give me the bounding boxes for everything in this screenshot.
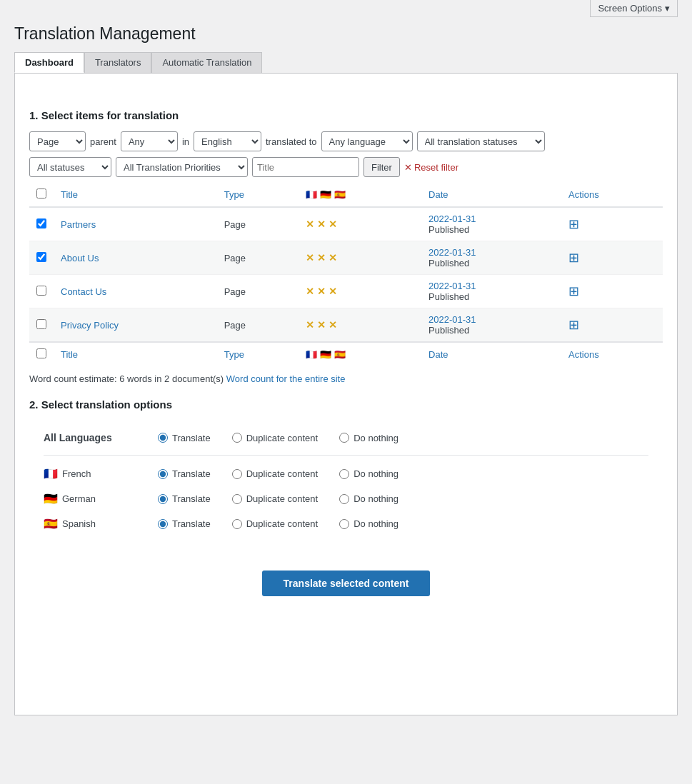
col-date-footer: Date (428, 349, 448, 360)
parent-select[interactable]: Any None (121, 131, 178, 151)
german-flag-icon: 🇩🇪 (320, 189, 331, 200)
german-flag-footer-icon: 🇩🇪 (320, 349, 331, 360)
table-row: About Us Page ✕ ✕ ✕ 2022-01-31 Published… (29, 241, 663, 275)
row-type-1: Page (217, 207, 299, 241)
main-panel: 1. Select items for translation Page Pos… (14, 73, 678, 715)
lang-label-french: 🇫🇷 French (44, 467, 158, 481)
all-statuses-select[interactable]: All statuses Published Draft (29, 157, 111, 177)
row-flags-1: ✕ ✕ ✕ (299, 207, 421, 241)
content-type-select[interactable]: Page Post (29, 131, 86, 151)
row-date-1: 2022-01-31 Published (421, 207, 561, 241)
options-row-french: 🇫🇷 French Translate Duplicate content Do… (44, 467, 648, 481)
section2-title: 2. Select translation options (29, 398, 663, 411)
select-all-checkbox[interactable] (36, 189, 46, 198)
spanish-status-icon-2: ✕ (329, 252, 337, 263)
french-flag-icon: 🇫🇷 (306, 189, 317, 200)
tab-bar: Dashboard Translators Automatic Translat… (14, 52, 678, 73)
row-checkbox-4[interactable] (36, 319, 46, 329)
french-status-icon-3: ✕ (306, 286, 314, 297)
row-action-1[interactable]: ⊞ (568, 217, 579, 231)
lang-label-german: 🇩🇪 German (44, 492, 158, 506)
row-date-3: 2022-01-31 Published (421, 275, 561, 308)
french-status-icon-1: ✕ (306, 218, 314, 230)
options-row-all: All Languages Translate Duplicate conten… (44, 432, 648, 443)
tab-dashboard[interactable]: Dashboard (14, 52, 84, 73)
col-flags: 🇫🇷 🇩🇪 🇪🇸 (306, 189, 414, 200)
tab-translators[interactable]: Translators (84, 52, 152, 73)
french-flag-icon: 🇫🇷 (44, 467, 58, 481)
german-status-icon-4: ✕ (317, 319, 326, 331)
title-filter-input[interactable] (252, 157, 359, 177)
col-title-header: Title (61, 189, 78, 200)
col-type-footer: Type (224, 349, 244, 360)
spanish-flag-icon: 🇪🇸 (44, 517, 58, 531)
row-title-3[interactable]: Contact Us (61, 286, 106, 297)
nothing-option-french[interactable]: Do nothing (339, 468, 398, 479)
row-type-2: Page (217, 241, 299, 275)
options-row-spanish: 🇪🇸 Spanish Translate Duplicate content D… (44, 517, 648, 531)
word-count-text: Word count estimate: 6 words in 2 docume… (29, 373, 224, 384)
german-status-icon-1: ✕ (317, 218, 326, 230)
translation-options: All Languages Translate Duplicate conten… (29, 425, 663, 549)
col-actions-header: Actions (568, 189, 599, 200)
german-status-icon-3: ✕ (317, 286, 326, 297)
row-checkbox-2[interactable] (36, 252, 46, 262)
word-count: Word count estimate: 6 words in 2 docume… (29, 373, 663, 384)
row-title-4[interactable]: Privacy Policy (61, 320, 119, 331)
spanish-status-icon-4: ✕ (329, 319, 337, 331)
row-action-3[interactable]: ⊞ (568, 284, 579, 298)
all-priorities-select[interactable]: All Translation Priorities High Normal L… (116, 157, 248, 177)
row-action-2[interactable]: ⊞ (568, 251, 579, 265)
row-checkbox-1[interactable] (36, 218, 46, 228)
translate-option-all[interactable]: Translate (158, 433, 211, 443)
filter-row-2: All statuses Published Draft All Transla… (29, 157, 663, 177)
nothing-option-spanish[interactable]: Do nothing (339, 518, 398, 529)
any-language-select[interactable]: Any language French German Spanish (321, 131, 413, 151)
translate-selected-button[interactable]: Translate selected content (262, 571, 431, 596)
row-date-4: 2022-01-31 Published (421, 308, 561, 343)
duplicate-option-all[interactable]: Duplicate content (232, 433, 318, 443)
row-flags-3: ✕ ✕ ✕ (299, 275, 421, 308)
reset-filter-link[interactable]: ✕ Reset filter (404, 162, 458, 173)
row-date-2: 2022-01-31 Published (421, 241, 561, 275)
translated-to-label: translated to (266, 136, 317, 147)
select-all-checkbox-footer[interactable] (36, 348, 46, 358)
tab-automatic-translation[interactable]: Automatic Translation (151, 52, 262, 73)
screen-options-button[interactable]: Screen Options ▾ (590, 0, 678, 17)
table-row: Privacy Policy Page ✕ ✕ ✕ 2022-01-31 Pub… (29, 308, 663, 343)
row-title-2[interactable]: About Us (61, 253, 99, 263)
french-status-icon-2: ✕ (306, 252, 314, 263)
parent-label: parent (90, 136, 116, 147)
col-flags-footer: 🇫🇷 🇩🇪 🇪🇸 (306, 349, 414, 360)
duplicate-option-spanish[interactable]: Duplicate content (232, 518, 318, 529)
german-flag-icon: 🇩🇪 (44, 492, 58, 506)
lang-label-all: All Languages (44, 432, 158, 443)
translate-option-spanish[interactable]: Translate (158, 518, 211, 529)
row-checkbox-3[interactable] (36, 286, 46, 296)
section1-title: 1. Select items for translation (29, 109, 663, 121)
row-type-3: Page (217, 275, 299, 308)
table-row: Partners Page ✕ ✕ ✕ 2022-01-31 Published… (29, 207, 663, 241)
col-actions-footer: Actions (568, 349, 599, 360)
chevron-down-icon: ▾ (665, 3, 670, 14)
col-type-header: Type (224, 189, 244, 200)
nothing-option-all[interactable]: Do nothing (339, 433, 398, 443)
nothing-option-german[interactable]: Do nothing (339, 493, 398, 504)
duplicate-option-french[interactable]: Duplicate content (232, 468, 318, 479)
row-action-4[interactable]: ⊞ (568, 318, 579, 332)
screen-options-label: Screen Options (598, 3, 662, 14)
filter-button[interactable]: Filter (363, 157, 400, 177)
translate-option-french[interactable]: Translate (158, 468, 211, 479)
row-title-1[interactable]: Partners (61, 219, 96, 230)
options-row-german: 🇩🇪 German Translate Duplicate content Do… (44, 492, 648, 506)
duplicate-option-german[interactable]: Duplicate content (232, 493, 318, 504)
x-icon: ✕ (404, 162, 412, 173)
word-count-link[interactable]: Word count for the entire site (226, 373, 346, 384)
row-flags-2: ✕ ✕ ✕ (299, 241, 421, 275)
table-row: Contact Us Page ✕ ✕ ✕ 2022-01-31 Publish… (29, 275, 663, 308)
translation-status-select[interactable]: All translation statuses Translated Need… (417, 131, 545, 151)
page-title: Translation Management (14, 24, 678, 44)
language-select[interactable]: English French German Spanish (194, 131, 261, 151)
translate-option-german[interactable]: Translate (158, 493, 211, 504)
spanish-flag-icon: 🇪🇸 (334, 189, 346, 200)
